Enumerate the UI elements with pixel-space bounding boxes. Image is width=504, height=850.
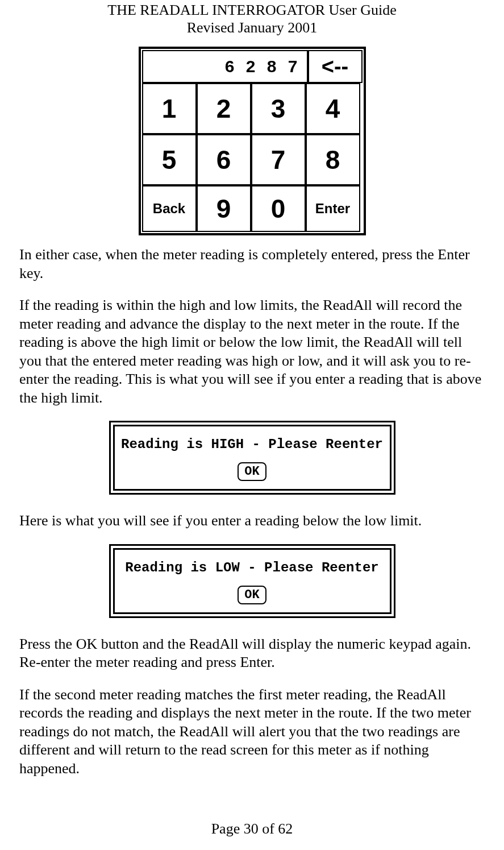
doc-subtitle: Revised January 2001 <box>18 19 486 36</box>
low-dialog-figure: Reading is LOW - Please Reenter OK <box>18 544 486 618</box>
doc-title: THE READALL INTERROGATOR User Guide <box>18 1 486 19</box>
high-dialog: Reading is HIGH - Please Reenter OK <box>109 421 395 495</box>
back-key[interactable]: Back <box>142 185 197 232</box>
high-dialog-message: Reading is HIGH - Please Reenter <box>115 437 390 452</box>
paragraph-5: If the second meter reading matches the … <box>19 686 485 778</box>
high-dialog-ok-button[interactable]: OK <box>238 462 266 481</box>
keypad-display: 6 2 8 7 <box>142 50 308 83</box>
low-dialog: Reading is LOW - Please Reenter OK <box>109 544 395 618</box>
key-8[interactable]: 8 <box>306 134 360 185</box>
document-page: THE READALL INTERROGATOR User Guide Revi… <box>0 0 504 850</box>
backspace-key[interactable]: <-- <box>308 50 363 83</box>
keypad-figure: 6 2 8 7 <-- 1 2 3 4 5 6 7 8 Back 9 0 Ent… <box>18 47 486 235</box>
key-0[interactable]: 0 <box>251 185 306 232</box>
key-7[interactable]: 7 <box>251 134 306 185</box>
page-footer: Page 30 of 62 <box>0 820 504 837</box>
high-dialog-figure: Reading is HIGH - Please Reenter OK <box>18 421 486 495</box>
key-2[interactable]: 2 <box>197 83 251 134</box>
key-1[interactable]: 1 <box>142 83 197 134</box>
low-dialog-ok-button[interactable]: OK <box>238 586 266 604</box>
page-header: THE READALL INTERROGATOR User Guide Revi… <box>18 0 486 36</box>
paragraph-3: Here is what you will see if you enter a… <box>19 512 485 530</box>
paragraph-4: Press the OK button and the ReadAll will… <box>19 635 485 672</box>
enter-key[interactable]: Enter <box>306 185 360 232</box>
paragraph-1: In either case, when the meter reading i… <box>19 246 485 283</box>
numeric-keypad: 6 2 8 7 <-- 1 2 3 4 5 6 7 8 Back 9 0 Ent… <box>139 47 366 235</box>
key-4[interactable]: 4 <box>306 83 360 134</box>
low-dialog-message: Reading is LOW - Please Reenter <box>115 560 390 575</box>
key-3[interactable]: 3 <box>251 83 306 134</box>
key-5[interactable]: 5 <box>142 134 197 185</box>
key-9[interactable]: 9 <box>197 185 251 232</box>
paragraph-2: If the reading is within the high and lo… <box>19 296 485 407</box>
key-6[interactable]: 6 <box>197 134 251 185</box>
